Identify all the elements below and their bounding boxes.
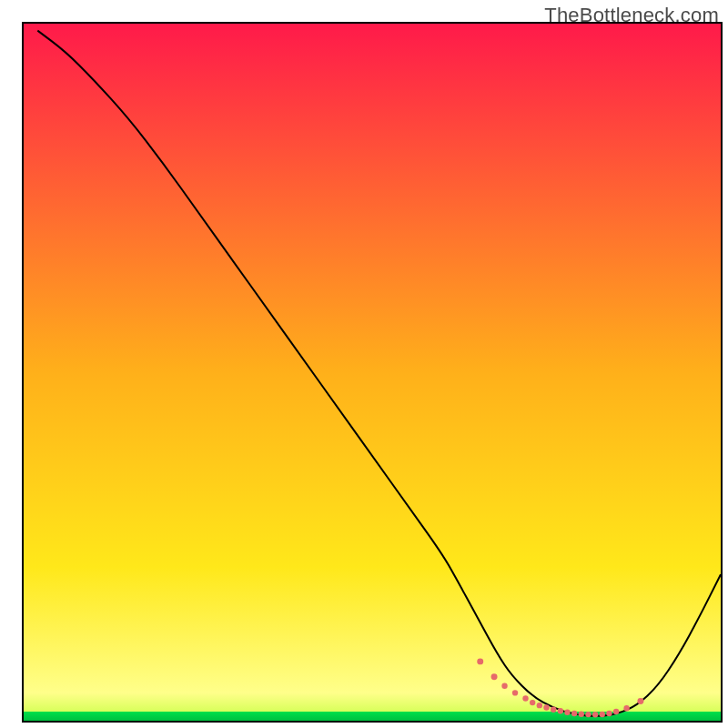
highlight-point [564, 710, 570, 715]
highlight-point [600, 712, 605, 717]
highlight-point [592, 712, 598, 717]
highlight-point [571, 711, 577, 716]
highlight-point [637, 698, 643, 704]
chart-frame: TheBottleneck.com [0, 0, 728, 728]
highlight-point [477, 658, 483, 664]
plot-area [22, 22, 723, 723]
highlight-point [606, 711, 612, 716]
highlight-point [543, 704, 549, 710]
highlight-point [501, 683, 507, 689]
chart-svg [24, 24, 721, 721]
highlight-point [522, 695, 528, 701]
highlight-point [613, 709, 619, 714]
highlight-point [585, 712, 591, 717]
highlight-point [579, 712, 584, 717]
highlight-point [537, 703, 542, 708]
gradient-background [24, 24, 721, 721]
highlight-point [530, 700, 535, 705]
watermark-text: TheBottleneck.com [544, 4, 719, 27]
highlight-point [512, 690, 518, 695]
highlight-point [623, 705, 629, 711]
highlight-point [558, 708, 563, 713]
highlight-point [551, 707, 556, 713]
highlight-point [491, 673, 498, 680]
